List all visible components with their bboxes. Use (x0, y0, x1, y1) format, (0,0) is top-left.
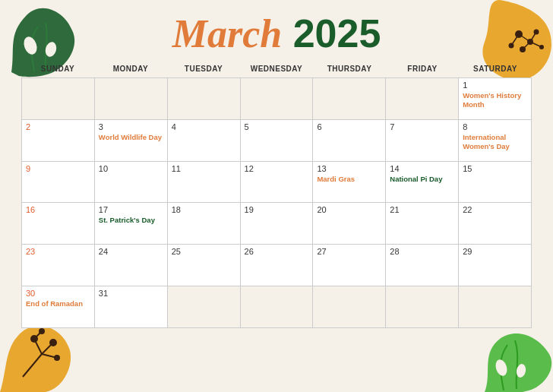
event-label: World Wildlife Day (99, 133, 163, 142)
cal-cell (241, 78, 314, 120)
cell-date: 4 (172, 122, 236, 131)
cell-date: 3 (99, 122, 163, 131)
event-label: St. Patrick's Day (99, 216, 163, 225)
month-label: March (172, 12, 282, 55)
cell-date: 11 (172, 164, 236, 173)
cell-date: 19 (245, 205, 309, 214)
cal-cell (386, 286, 459, 328)
cell-date: 28 (390, 247, 454, 256)
cell-date: 21 (390, 205, 454, 214)
day-header-thu: THURSDAY (313, 62, 386, 76)
event-label: Women's History Month (463, 91, 527, 110)
cell-date: 16 (26, 205, 90, 214)
calendar-grid: 1Women's History Month23World Wildlife D… (21, 77, 532, 328)
cal-cell: 1Women's History Month (459, 78, 532, 120)
cell-date: 7 (390, 122, 454, 131)
calendar-grid-wrap: SUNDAY MONDAY TUESDAY WEDNESDAY THURSDAY… (0, 62, 553, 328)
cell-date: 22 (463, 205, 527, 214)
cell-date: 9 (26, 164, 90, 173)
cal-cell: 10 (95, 162, 168, 204)
cell-date: 5 (245, 122, 309, 131)
event-label: Mardi Gras (317, 175, 381, 184)
cal-cell: 5 (241, 120, 314, 162)
event-label: End of Ramadan (26, 299, 90, 308)
cal-cell: 14National Pi Day (386, 162, 459, 204)
cal-cell (313, 78, 386, 120)
cal-cell (22, 78, 95, 120)
cell-date: 17 (99, 205, 163, 214)
cal-cell: 26 (241, 245, 314, 286)
day-header-wed: WEDNESDAY (240, 62, 313, 76)
cal-cell: 7 (386, 120, 459, 162)
cal-cell: 25 (168, 245, 241, 286)
cal-cell: 24 (95, 245, 168, 286)
cal-cell: 30End of Ramadan (22, 286, 95, 328)
cal-cell: 19 (241, 203, 314, 245)
cell-date: 29 (463, 247, 527, 256)
year-label: 2025 (293, 11, 381, 55)
cal-cell: 3World Wildlife Day (95, 120, 168, 162)
deco-bottom-right-leaf (469, 324, 553, 392)
svg-point-19 (54, 355, 60, 361)
cal-cell: 11 (168, 162, 241, 204)
day-header-tue: TUESDAY (167, 62, 240, 76)
calendar-container: March 2025 SUNDAY MONDAY TUESDAY WEDNESD… (0, 0, 553, 392)
cal-cell: 13Mardi Gras (313, 162, 386, 204)
cell-date: 27 (317, 247, 381, 256)
cal-cell: 16 (22, 203, 95, 245)
cell-date: 10 (99, 164, 163, 173)
cell-date: 13 (317, 164, 381, 173)
cal-cell: 20 (313, 203, 386, 245)
cal-cell (313, 286, 386, 328)
cell-date: 25 (172, 247, 236, 256)
cal-cell (386, 78, 459, 120)
event-label: International Women's Day (463, 133, 527, 152)
cal-cell: 23 (22, 245, 95, 286)
cell-date: 2 (26, 122, 90, 131)
day-header-mon: MONDAY (94, 62, 167, 76)
day-header-fri: FRIDAY (386, 62, 459, 76)
cal-cell: 15 (459, 162, 532, 204)
cell-date: 12 (245, 164, 309, 173)
cal-cell: 6 (313, 120, 386, 162)
cal-cell (95, 78, 168, 120)
cell-date: 20 (317, 205, 381, 214)
cal-cell: 21 (386, 203, 459, 245)
cal-cell (168, 286, 241, 328)
day-header-sun: SUNDAY (21, 62, 94, 76)
cal-cell (459, 286, 532, 328)
cal-cell: 29 (459, 245, 532, 286)
cal-cell: 31 (95, 286, 168, 328)
cal-cell (241, 286, 314, 328)
cell-date: 6 (317, 122, 381, 131)
calendar-header: March 2025 (0, 0, 553, 62)
cal-cell: 28 (386, 245, 459, 286)
cell-date: 24 (99, 247, 163, 256)
event-label: National Pi Day (390, 175, 454, 184)
header-title: March 2025 (0, 14, 553, 54)
cal-cell: 12 (241, 162, 314, 204)
cell-date: 18 (172, 205, 236, 214)
cell-date: 26 (245, 247, 309, 256)
cell-date: 15 (463, 164, 527, 173)
cell-date: 8 (463, 122, 527, 131)
cal-cell: 2 (22, 120, 95, 162)
cell-date: 31 (99, 289, 163, 298)
cal-cell (168, 78, 241, 120)
day-headers: SUNDAY MONDAY TUESDAY WEDNESDAY THURSDAY… (21, 62, 532, 76)
cell-date: 1 (463, 81, 527, 90)
cell-date: 14 (390, 164, 454, 173)
cal-cell: 27 (313, 245, 386, 286)
day-header-sat: SATURDAY (459, 62, 532, 76)
cell-date: 30 (26, 289, 90, 298)
cal-cell: 4 (168, 120, 241, 162)
svg-point-17 (49, 339, 57, 346)
cell-date: 23 (26, 247, 90, 256)
cal-cell: 22 (459, 203, 532, 245)
cal-cell: 17St. Patrick's Day (95, 203, 168, 245)
cal-cell: 8International Women's Day (459, 120, 532, 162)
cal-cell: 9 (22, 162, 95, 204)
cal-cell: 18 (168, 203, 241, 245)
